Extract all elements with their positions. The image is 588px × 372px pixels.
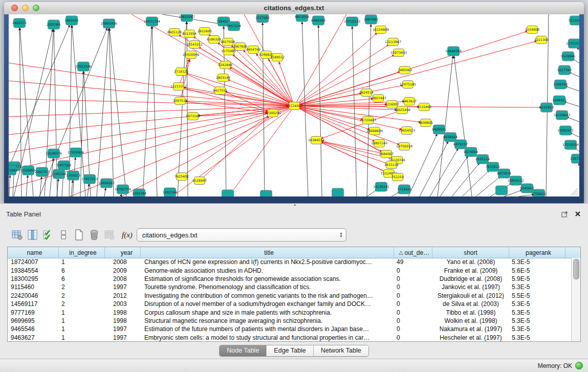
- graph-node[interactable]: 9242848: [218, 61, 232, 69]
- citation-edge-red[interactable]: [294, 41, 537, 106]
- table-row[interactable]: 946362711997Embryonic stem cells: a mode…: [8, 334, 572, 341]
- delete-rows-icon[interactable]: [88, 229, 100, 241]
- graph-node[interactable]: 12213967: [385, 38, 401, 46]
- citation-edge-black[interactable]: [566, 117, 579, 122]
- citation-edge-black[interactable]: [88, 184, 89, 196]
- citation-edge-red[interactable]: [180, 59, 190, 101]
- graph-node[interactable]: 10719133: [344, 17, 360, 26]
- graph-node[interactable]: 8813054: [295, 14, 309, 21]
- graph-node[interactable]: 1244415: [552, 96, 567, 105]
- graph-node[interactable]: 20891406: [101, 19, 117, 28]
- tab-node-table[interactable]: Node Table: [220, 345, 267, 356]
- table-row[interactable]: 1830029562008Estimation of significance …: [8, 275, 572, 283]
- graph-node[interactable]: 8186328: [207, 36, 221, 43]
- graph-node[interactable]: 9397588: [57, 161, 71, 170]
- graph-node[interactable]: 1209358: [553, 80, 568, 89]
- graph-node[interactable]: 9175985: [222, 48, 236, 55]
- citation-edge-red[interactable]: [227, 79, 294, 106]
- column-header-pagerank[interactable]: pagerank: [509, 247, 565, 258]
- graph-node[interactable]: 15992971: [557, 126, 574, 135]
- graph-node[interactable]: 7485063: [398, 67, 412, 74]
- citation-edge-black[interactable]: [187, 21, 188, 196]
- graph-node[interactable]: 2087682: [364, 15, 378, 24]
- citation-edge-black[interactable]: [440, 156, 468, 196]
- graph-node[interactable]: 17957223: [81, 174, 98, 184]
- column-header-short[interactable]: short: [432, 247, 509, 258]
- table-row[interactable]: 1456911722003Disruption of a novel membe…: [8, 300, 572, 308]
- function-builder-icon[interactable]: f(x): [122, 231, 133, 239]
- row-height-icon[interactable]: [57, 229, 70, 241]
- graph-node[interactable]: 19958167: [98, 179, 115, 188]
- citation-edge-black[interactable]: [178, 21, 187, 196]
- vertical-scrollbar[interactable]: [571, 258, 580, 341]
- graph-node[interactable]: 1145194: [52, 169, 66, 179]
- citation-edge-red[interactable]: [200, 116, 269, 181]
- graph-node[interactable]: 6466160: [311, 16, 325, 25]
- citation-edge-red[interactable]: [121, 106, 294, 196]
- graph-node[interactable]: 8912954: [182, 30, 197, 38]
- graph-node[interactable]: 8427552: [213, 87, 227, 95]
- graph-node[interactable]: 7625402: [175, 173, 189, 181]
- graph-node[interactable]: 15751074: [566, 39, 579, 48]
- table-row[interactable]: 1872400712008Changes of HCN gene express…: [8, 258, 572, 266]
- citation-edge-black[interactable]: [50, 158, 53, 196]
- graph-node[interactable]: 7957224: [227, 21, 241, 31]
- graph-node[interactable]: 752254: [391, 173, 404, 181]
- citation-edge-black[interactable]: [97, 28, 108, 196]
- graph-node[interactable]: 9129946: [561, 52, 575, 61]
- graph-node[interactable]: 1588512: [270, 54, 285, 61]
- graph-node[interactable]: 8454749: [246, 46, 260, 54]
- citation-edge-red[interactable]: [229, 68, 294, 106]
- graph-node[interactable]: [222, 190, 234, 196]
- graph-node[interactable]: 9115460: [417, 103, 431, 111]
- graph-node[interactable]: 2718129: [174, 68, 188, 76]
- graph-node[interactable]: 9463627: [402, 98, 417, 105]
- graph-node[interactable]: 9126447: [192, 177, 207, 185]
- graph-node[interactable]: [496, 186, 508, 195]
- citation-edge-black[interactable]: [9, 25, 70, 168]
- graph-node[interactable]: 1615132: [384, 161, 399, 169]
- graph-node[interactable]: 20053346: [75, 62, 92, 71]
- graph-node[interactable]: 17359924: [68, 148, 84, 157]
- citation-edge-red[interactable]: [229, 106, 294, 196]
- graph-node[interactable]: 8471676: [497, 169, 511, 178]
- graph-node[interactable]: 2055381: [47, 20, 61, 29]
- close-panel-icon[interactable]: [574, 210, 582, 218]
- graph-node[interactable]: 3624514: [359, 89, 374, 97]
- graph-node[interactable]: [332, 188, 344, 196]
- graph-node[interactable]: 17016504: [562, 140, 579, 149]
- graph-node[interactable]: 14136141: [373, 182, 389, 191]
- citation-edge-black[interactable]: [452, 163, 480, 196]
- column-header-out_de[interactable]: △out_de…: [394, 247, 432, 258]
- graph-node[interactable]: 2942757: [35, 167, 49, 177]
- table-row[interactable]: 911546021997Tourette syndrome. Phenomeno…: [8, 283, 572, 291]
- graph-node[interactable]: 10807487: [370, 95, 386, 102]
- select-rows-icon[interactable]: [42, 229, 54, 241]
- citation-edge-red[interactable]: [9, 106, 294, 170]
- zoom-window-button[interactable]: [33, 5, 39, 11]
- graph-node[interactable]: 10543312: [186, 41, 203, 49]
- column-header-name[interactable]: name: [8, 247, 59, 258]
- citation-edge-red[interactable]: [244, 14, 294, 106]
- graph-node[interactable]: 9750421: [532, 189, 546, 196]
- graph-node[interactable]: 1154808: [525, 26, 539, 34]
- graph-node[interactable]: 1527602: [255, 14, 270, 23]
- graph-node[interactable]: 1733426: [397, 185, 411, 194]
- graph-node[interactable]: 1350513: [66, 171, 80, 180]
- graph-node[interactable]: 2803144: [216, 74, 230, 82]
- graph-node[interactable]: 16648784: [445, 47, 462, 56]
- graph-node[interactable]: 1221309: [534, 36, 549, 44]
- table-row[interactable]: 977716911998Corpus callosum shape and si…: [8, 308, 572, 316]
- graph-node[interactable]: 1873140: [186, 113, 200, 120]
- graph-node[interactable]: 12975185: [400, 81, 416, 89]
- citation-edge-black[interactable]: [420, 141, 448, 196]
- graph-node[interactable]: 9227343: [557, 65, 572, 75]
- citation-edge-red[interactable]: [9, 106, 294, 152]
- minimize-window-button[interactable]: [22, 5, 29, 11]
- table-settings-icon[interactable]: [11, 229, 24, 241]
- citation-edge-red[interactable]: [9, 106, 294, 117]
- tab-network-table[interactable]: Network Table: [314, 345, 368, 356]
- graph-node[interactable]: 10653287: [179, 14, 195, 21]
- graph-node[interactable]: 16154808: [373, 26, 389, 34]
- citation-edge-black[interactable]: [367, 24, 371, 196]
